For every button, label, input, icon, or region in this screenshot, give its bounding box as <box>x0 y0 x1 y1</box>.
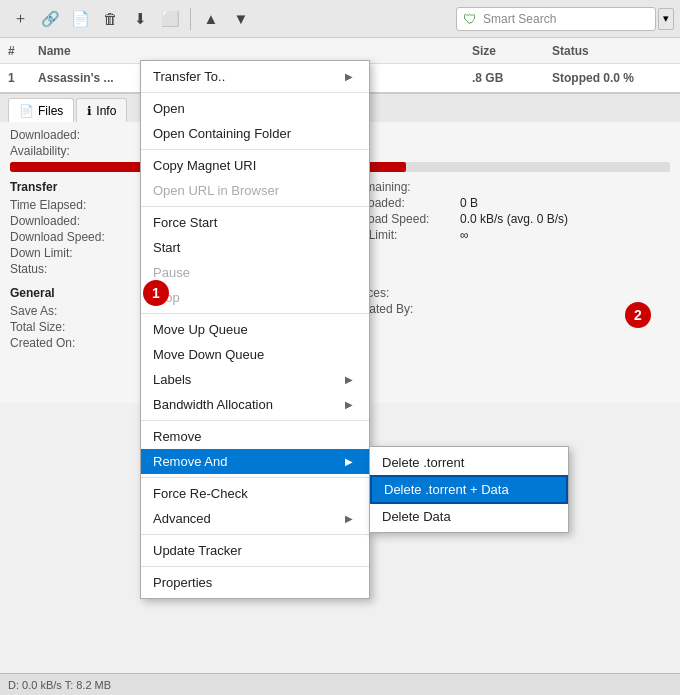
tab-info-label: Info <box>96 104 116 118</box>
menu-open-url: Open URL in Browser <box>141 178 369 203</box>
menu-sep-4 <box>141 313 369 314</box>
transfer-to-label: Transfer To.. <box>153 69 225 84</box>
copy-magnet-label: Copy Magnet URI <box>153 158 256 173</box>
down-limit-label: Down Limit: <box>10 246 120 260</box>
submenu-delete-torrent-data[interactable]: Delete .torrent + Data <box>370 475 568 504</box>
menu-properties[interactable]: Properties <box>141 570 369 595</box>
circle-2: 2 <box>625 302 651 328</box>
open-label: Open <box>153 101 185 116</box>
downloaded-label: Downloaded: <box>10 128 120 142</box>
menu-sep-8 <box>141 566 369 567</box>
tab-info[interactable]: ℹ Info <box>76 98 127 122</box>
ul-speed-value: 0.0 kB/s (avg. 0 B/s) <box>460 212 568 226</box>
bandwidth-label: Bandwidth Allocation <box>153 397 273 412</box>
info-icon: ℹ <box>87 104 92 118</box>
menu-open-folder[interactable]: Open Containing Folder <box>141 121 369 146</box>
force-recheck-label: Force Re-Check <box>153 486 248 501</box>
remove-and-label: Remove And <box>153 454 227 469</box>
add-link-button[interactable]: 🔗 <box>36 5 64 33</box>
menu-update-tracker[interactable]: Update Tracker <box>141 538 369 563</box>
menu-labels[interactable]: Labels ▶ <box>141 367 369 392</box>
col-header-status: Status <box>552 44 672 58</box>
menu-transfer-to[interactable]: Transfer To.. ▶ <box>141 64 369 89</box>
menu-force-start[interactable]: Force Start <box>141 210 369 235</box>
remaining-row: Remaining: <box>350 180 670 194</box>
menu-move-up[interactable]: Move Up Queue <box>141 317 369 342</box>
smart-search-box: 🛡 Smart Search <box>456 7 656 31</box>
move-up-label: Move Up Queue <box>153 322 248 337</box>
menu-move-down[interactable]: Move Down Queue <box>141 342 369 367</box>
start-label: Start <box>153 240 180 255</box>
add-button[interactable]: ＋ <box>6 5 34 33</box>
properties-label: Properties <box>153 575 212 590</box>
remove-button[interactable]: 🗑 <box>96 5 124 33</box>
nav-up-button[interactable]: ▲ <box>197 5 225 33</box>
availability-label: Availability: <box>10 144 120 158</box>
status-bar: D: 0.0 kB/s T: 8.2 MB <box>0 673 680 695</box>
toolbar-separator <box>190 8 191 30</box>
advanced-label: Advanced <box>153 511 211 526</box>
delete-data-label: Delete Data <box>382 509 451 524</box>
menu-sep-6 <box>141 477 369 478</box>
ul-speed-row: Upload Speed: 0.0 kB/s (avg. 0 B/s) <box>350 212 670 226</box>
menu-sep-7 <box>141 534 369 535</box>
submenu-delete-torrent[interactable]: Delete .torrent <box>370 450 568 475</box>
remove-and-submenu: Delete .torrent Delete .torrent + Data D… <box>369 446 569 533</box>
menu-copy-magnet[interactable]: Copy Magnet URI <box>141 153 369 178</box>
tab-files-label: Files <box>38 104 63 118</box>
menu-open[interactable]: Open <box>141 96 369 121</box>
status-bar-text: D: 0.0 kB/s T: 8.2 MB <box>8 679 111 691</box>
menu-stop: Stop <box>141 285 369 310</box>
remove-label: Remove <box>153 429 201 444</box>
menu-bandwidth[interactable]: Bandwidth Allocation ▶ <box>141 392 369 417</box>
circle-1: 1 <box>143 280 169 306</box>
menu-sep-5 <box>141 420 369 421</box>
menu-start[interactable]: Start <box>141 235 369 260</box>
menu-remove[interactable]: Remove <box>141 424 369 449</box>
row-status: Stopped 0.0 % <box>552 71 672 85</box>
labels-arrow: ▶ <box>345 374 353 385</box>
total-size-label: Total Size: <box>10 320 120 334</box>
col-header-num: # <box>8 44 38 58</box>
submenu-delete-data[interactable]: Delete Data <box>370 504 568 529</box>
remove-and-arrow: ▶ <box>345 456 353 467</box>
bandwidth-arrow: ▶ <box>345 399 353 410</box>
menu-remove-and[interactable]: Remove And ▶ <box>141 449 369 474</box>
save-as-label: Save As: <box>10 304 120 318</box>
col-header-size: Size <box>472 44 552 58</box>
smart-search-label: Smart Search <box>483 12 556 26</box>
row-num: 1 <box>8 71 38 85</box>
transfer-to-arrow: ▶ <box>345 71 353 82</box>
created-by-row: Created By: <box>350 302 670 316</box>
files-icon: 📄 <box>19 104 34 118</box>
col-header-name: Name <box>38 44 472 58</box>
ul-limit-value: ∞ <box>460 228 469 242</box>
tab-files[interactable]: 📄 Files <box>8 98 74 122</box>
add-file-button[interactable]: 📄 <box>66 5 94 33</box>
force-start-label: Force Start <box>153 215 217 230</box>
ul-limit-row: Up Limit: ∞ <box>350 228 670 242</box>
menu-force-recheck[interactable]: Force Re-Check <box>141 481 369 506</box>
move-down-label: Move Down Queue <box>153 347 264 362</box>
open-folder-label: Open Containing Folder <box>153 126 291 141</box>
nav-down-button[interactable]: ▼ <box>227 5 255 33</box>
menu-advanced[interactable]: Advanced ▶ <box>141 506 369 531</box>
pause-button[interactable]: ⬜ <box>156 5 184 33</box>
shield-icon: 🛡 <box>463 11 477 27</box>
dl-label: Downloaded: <box>10 214 120 228</box>
status-label: Status: <box>10 262 120 276</box>
context-menu: Transfer To.. ▶ Open Open Containing Fol… <box>140 60 370 599</box>
update-tracker-label: Update Tracker <box>153 543 242 558</box>
menu-pause: Pause <box>141 260 369 285</box>
toolbar: ＋ 🔗 📄 🗑 ⬇ ⬜ ▲ ▼ 🛡 Smart Search ▾ <box>0 0 680 38</box>
smart-search-dropdown[interactable]: ▾ <box>658 8 674 30</box>
menu-sep-3 <box>141 206 369 207</box>
labels-label: Labels <box>153 372 191 387</box>
created-on-label: Created On: <box>10 336 120 350</box>
download-button[interactable]: ⬇ <box>126 5 154 33</box>
menu-sep-1 <box>141 92 369 93</box>
uploaded-row: Uploaded: 0 B <box>350 196 670 210</box>
dl-speed-label: Download Speed: <box>10 230 120 244</box>
delete-torrent-label: Delete .torrent <box>382 455 464 470</box>
remove-and-wrapper: Remove And ▶ Delete .torrent Delete .tor… <box>141 449 369 474</box>
